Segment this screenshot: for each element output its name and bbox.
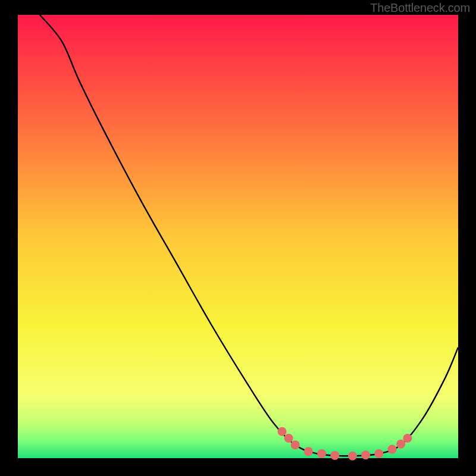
highlight-point (330, 451, 339, 460)
highlight-point (278, 427, 287, 436)
highlight-point (284, 434, 293, 443)
highlight-point (348, 452, 357, 461)
plot-background (18, 15, 458, 458)
watermark-text: TheBottleneck.com (370, 1, 470, 15)
highlight-point (317, 449, 326, 458)
highlight-point (388, 445, 397, 454)
highlight-point (304, 447, 313, 456)
highlight-point (291, 440, 300, 449)
highlight-point (374, 449, 383, 458)
highlight-point (403, 434, 412, 443)
highlight-point (361, 450, 370, 459)
bottleneck-curve-chart (0, 0, 476, 476)
chart-container: TheBottleneck.com (0, 0, 476, 476)
